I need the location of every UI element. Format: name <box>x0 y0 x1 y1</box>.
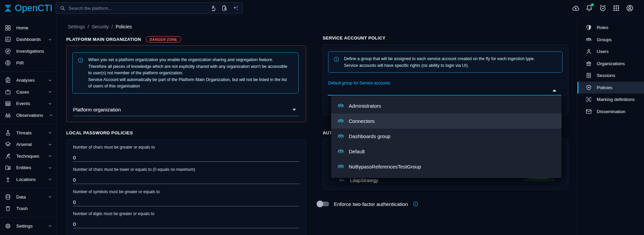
analyses-icon <box>5 77 11 83</box>
topbar-actions <box>572 4 634 12</box>
option-dashboards-group[interactable]: Dashboards group <box>331 129 562 144</box>
notifications-bell-icon[interactable] <box>585 4 593 12</box>
paste-search-icon[interactable] <box>221 5 228 11</box>
platform-main-organization-title: PLATFORM MAIN ORGANIZATION DANGER ZONE <box>66 36 181 43</box>
breadcrumb-security[interactable]: Security <box>92 24 109 29</box>
groups-icon <box>586 36 592 43</box>
danger-zone-badge: DANGER ZONE <box>146 36 181 43</box>
data-icon <box>5 194 11 200</box>
organizations-bank-icon <box>586 60 592 67</box>
default-group-select[interactable] <box>328 95 561 96</box>
chevron-down-icon <box>47 177 53 182</box>
sidebar-item-home[interactable]: Home <box>0 22 56 34</box>
left-sidebar: Home Dashboards Investigations PIR Analy… <box>0 16 56 235</box>
ai-sparkles-icon[interactable] <box>232 5 239 11</box>
settings-nav-roles[interactable]: Roles <box>577 22 644 34</box>
info-icon <box>333 56 340 69</box>
settings-gear-icon <box>5 223 11 229</box>
arsenal-icon <box>5 141 11 148</box>
microscope-icon[interactable] <box>210 5 217 11</box>
select-caret-up-icon <box>552 89 556 92</box>
group-icon <box>337 133 344 140</box>
chevron-down-icon <box>47 130 53 135</box>
group-icon <box>337 163 344 170</box>
sidebar-divider <box>0 124 56 124</box>
observations-icon <box>5 112 11 119</box>
investigations-icon <box>5 48 11 54</box>
settings-nav-marking-definitions[interactable]: Marking definitions <box>577 94 644 106</box>
platform-org-info-alert: When you set a platform organization you… <box>72 52 299 94</box>
chevron-down-icon <box>47 78 53 83</box>
logo-text: OpenCTI <box>15 3 53 14</box>
select-caret-down-icon <box>293 109 296 111</box>
search-bar <box>56 2 243 14</box>
sidebar-item-threats[interactable]: Threats <box>0 127 56 139</box>
sidebar-item-pir[interactable]: PIR <box>0 57 56 69</box>
option-default[interactable]: Default <box>331 144 562 159</box>
sidebar-item-observations[interactable]: Observations <box>0 109 56 121</box>
sidebar-item-cases[interactable]: Cases <box>0 86 56 98</box>
settings-nav-policies[interactable]: Policies <box>577 82 644 94</box>
dashboards-icon <box>5 36 11 43</box>
info-icon <box>413 201 419 207</box>
settings-nav-groups[interactable]: Groups <box>577 34 644 46</box>
settings-nav-sessions[interactable]: Sessions <box>577 70 644 82</box>
settings-nav-dissemination[interactable]: Dissemination <box>577 106 644 118</box>
chevron-down-icon <box>47 153 53 159</box>
sidebar-item-settings[interactable]: Settings <box>0 220 56 232</box>
sidebar-item-trash[interactable]: Trash <box>0 203 56 214</box>
sidebar-item-data[interactable]: Data <box>0 191 56 203</box>
opencti-logo-icon <box>3 4 13 13</box>
locations-icon <box>5 176 11 183</box>
sidebar-item-investigations[interactable]: Investigations <box>0 45 56 57</box>
option-connectors[interactable]: Connectors <box>331 113 562 129</box>
platform-organization-select[interactable]: Platform organization <box>73 106 299 116</box>
two-factor-toggle-row: Enforce two-factor authentication <box>318 201 419 207</box>
sidebar-divider <box>0 217 56 217</box>
option-nobypassreferencestestgroup[interactable]: NoBypassReferencesTestGroup <box>331 159 562 174</box>
settings-nav-users[interactable]: Users <box>577 46 644 58</box>
service-account-policy-title: SERVICE ACCOUNT POLICY <box>323 35 386 41</box>
center-focus-icon <box>586 96 592 103</box>
chevron-down-icon <box>47 101 53 106</box>
settings-nav-organizations[interactable]: Organizations <box>577 58 644 70</box>
group-icon <box>337 102 344 109</box>
cloud-upload-icon[interactable] <box>572 4 580 12</box>
sidebar-item-analyses[interactable]: Analyses <box>0 74 56 86</box>
service-account-info-alert: Define a group that will be assigned to … <box>328 51 563 73</box>
min-chars-input[interactable] <box>73 154 299 162</box>
opencti-logo[interactable]: OpenCTI <box>3 0 53 16</box>
techniques-icon <box>5 153 11 159</box>
roles-shield-icon <box>586 24 592 31</box>
search-input[interactable] <box>69 6 207 11</box>
sidebar-item-dashboards[interactable]: Dashboards <box>0 34 56 46</box>
chevron-down-icon <box>47 37 53 42</box>
password-policy-field: Number of chars must be greater or equal… <box>73 145 299 162</box>
sidebar-item-events[interactable]: Events <box>0 98 56 110</box>
threats-icon <box>5 130 11 136</box>
option-administrators[interactable]: Administrators <box>331 98 562 113</box>
two-factor-toggle[interactable] <box>318 202 329 206</box>
security-submenu: Roles Groups Users Organizations Session… <box>577 16 644 235</box>
user-icon <box>586 48 592 55</box>
min-digits-input[interactable] <box>73 221 299 228</box>
sidebar-item-locations[interactable]: Locations <box>0 174 56 185</box>
sidebar-item-techniques[interactable]: Techniques <box>0 150 56 162</box>
home-icon <box>5 25 11 31</box>
breadcrumb-settings[interactable]: Settings <box>68 24 85 29</box>
sidebar-item-entities[interactable]: Entities <box>0 162 56 174</box>
max-chars-input[interactable] <box>73 177 299 184</box>
trash-icon <box>5 205 11 212</box>
events-icon <box>5 100 11 107</box>
group-icon <box>337 118 344 125</box>
sidebar-item-arsenal[interactable]: Arsenal <box>0 138 56 150</box>
search-icon <box>59 5 66 11</box>
min-symbols-input[interactable] <box>73 199 299 206</box>
breadcrumb: Settings/ Security/ Policies <box>68 24 132 29</box>
notification-dot <box>591 3 594 6</box>
policies-shield-star-icon <box>586 84 592 91</box>
apps-grid-icon[interactable] <box>612 4 620 12</box>
alarm-check-icon[interactable] <box>599 4 607 12</box>
local-password-policies-title: LOCAL PASSWORD POLICIES <box>66 130 133 135</box>
account-icon[interactable] <box>626 4 634 12</box>
